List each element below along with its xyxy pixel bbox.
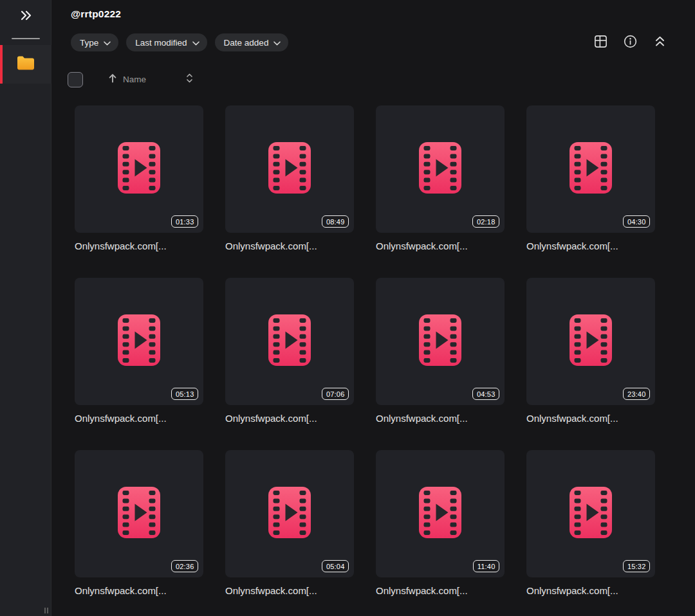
filter-date-added-label: Date added (224, 38, 269, 48)
video-thumbnail[interactable]: 02:36 (75, 450, 203, 577)
duration-badge: 01:33 (171, 215, 198, 228)
file-card[interactable]: 02:18 Onlynsfwpack.com[... (376, 105, 505, 251)
file-card[interactable]: 02:36 Onlynsfwpack.com[... (75, 450, 203, 596)
file-card[interactable]: 08:49 Onlynsfwpack.com[... (225, 105, 354, 251)
duration-badge: 11:40 (473, 560, 499, 572)
file-card[interactable]: 05:04 Onlynsfwpack.com[... (225, 450, 354, 596)
file-name: Onlynsfwpack.com[... (526, 240, 655, 251)
info-button[interactable] (622, 34, 638, 51)
video-thumbnail[interactable]: 15:32 (526, 450, 655, 577)
file-name: Onlynsfwpack.com[... (526, 413, 655, 424)
filter-date-added-dropdown[interactable]: Date added (215, 33, 289, 51)
video-file-icon (419, 487, 461, 541)
duration-badge: 05:13 (171, 388, 198, 400)
file-name: Onlynsfwpack.com[... (376, 413, 505, 424)
collapse-panel-button[interactable] (651, 34, 668, 51)
sidebar-item-folder[interactable] (0, 45, 51, 84)
duration-badge: 02:18 (472, 215, 499, 228)
file-name: Onlynsfwpack.com[... (225, 585, 354, 596)
file-card[interactable]: 07:06 Onlynsfwpack.com[... (225, 278, 354, 424)
video-file-icon (419, 314, 461, 368)
file-name: Onlynsfwpack.com[... (225, 413, 354, 424)
grid-view-button[interactable] (592, 34, 609, 51)
page-title: @rrtp0222 (71, 8, 695, 20)
chevron-down-icon (268, 38, 281, 48)
chevrons-right-icon (18, 9, 33, 24)
video-thumbnail[interactable]: 04:30 (526, 105, 655, 233)
video-thumbnail[interactable]: 04:53 (376, 278, 505, 405)
info-icon (623, 34, 638, 51)
arrow-up-icon (107, 73, 118, 86)
file-name: Onlynsfwpack.com[... (225, 240, 354, 251)
duration-badge: 08:49 (322, 215, 349, 228)
file-card[interactable]: 05:13 Onlynsfwpack.com[... (75, 278, 203, 424)
filter-last-modified-label: Last modified (135, 38, 187, 48)
chevrons-up-down-icon (185, 73, 194, 86)
sidebar (0, 0, 51, 616)
video-file-icon (268, 314, 311, 368)
video-thumbnail[interactable]: 07:06 (225, 278, 354, 405)
duration-badge: 04:30 (623, 215, 650, 228)
video-thumbnail[interactable]: 08:49 (225, 105, 354, 233)
file-name: Onlynsfwpack.com[... (75, 240, 203, 251)
filter-type-dropdown[interactable]: Type (71, 33, 118, 51)
sort-toggle-button[interactable] (185, 73, 194, 86)
collapse-up-icon (653, 35, 667, 50)
sort-direction-button[interactable] (107, 73, 118, 86)
file-name: Onlynsfwpack.com[... (75, 413, 203, 424)
video-thumbnail[interactable]: 05:13 (75, 278, 203, 405)
chevron-down-icon (98, 38, 111, 48)
sort-field-label: Name (123, 75, 146, 84)
video-file-icon (570, 487, 612, 541)
duration-badge: 07:06 (322, 388, 349, 400)
grid-view-icon (593, 34, 608, 51)
file-card[interactable]: 15:32 Onlynsfwpack.com[... (526, 450, 655, 596)
file-name: Onlynsfwpack.com[... (376, 585, 505, 596)
file-name: Onlynsfwpack.com[... (526, 585, 655, 596)
sidebar-resize-handle[interactable] (44, 608, 48, 613)
video-file-icon (268, 142, 311, 196)
sort-row: Name (68, 71, 695, 87)
duration-badge: 23:40 (623, 388, 650, 400)
video-file-icon (118, 142, 160, 196)
toolbar: Type Last modified Date added (71, 33, 668, 51)
folder-icon (16, 55, 35, 74)
video-file-icon (118, 314, 160, 368)
file-card[interactable]: 23:40 Onlynsfwpack.com[... (526, 278, 655, 424)
file-manager-window: @rrtp0222 Type Last modified Date added (0, 0, 695, 616)
duration-badge: 05:04 (322, 560, 349, 572)
video-thumbnail[interactable]: 01:33 (75, 105, 203, 233)
video-thumbnail[interactable]: 11:40 (376, 450, 505, 577)
file-name: Onlynsfwpack.com[... (75, 585, 203, 596)
video-thumbnail[interactable]: 05:04 (225, 450, 354, 577)
filter-last-modified-dropdown[interactable]: Last modified (126, 33, 207, 51)
file-card[interactable]: 01:33 Onlynsfwpack.com[... (75, 105, 203, 251)
duration-badge: 02:36 (171, 560, 198, 572)
video-thumbnail[interactable]: 02:18 (376, 105, 505, 233)
video-file-icon (268, 487, 311, 541)
file-card[interactable]: 11:40 Onlynsfwpack.com[... (376, 450, 505, 596)
file-card[interactable]: 04:30 Onlynsfwpack.com[... (526, 105, 655, 251)
video-file-icon (570, 142, 612, 196)
file-card[interactable]: 04:53 Onlynsfwpack.com[... (376, 278, 505, 424)
sidebar-divider (12, 38, 40, 39)
chevron-down-icon (187, 38, 199, 48)
duration-badge: 15:32 (623, 560, 650, 572)
video-file-icon (118, 487, 160, 541)
file-name: Onlynsfwpack.com[... (376, 240, 505, 251)
video-file-icon (419, 142, 461, 196)
video-file-icon (570, 314, 612, 368)
sidebar-expand-button[interactable] (0, 0, 51, 33)
filter-type-label: Type (80, 38, 98, 48)
file-grid: 01:33 Onlynsfwpack.com[... (75, 105, 695, 596)
video-thumbnail[interactable]: 23:40 (526, 278, 655, 405)
duration-badge: 04:53 (472, 388, 499, 400)
main-content: @rrtp0222 Type Last modified Date added (52, 0, 695, 616)
select-all-checkbox[interactable] (68, 72, 83, 87)
